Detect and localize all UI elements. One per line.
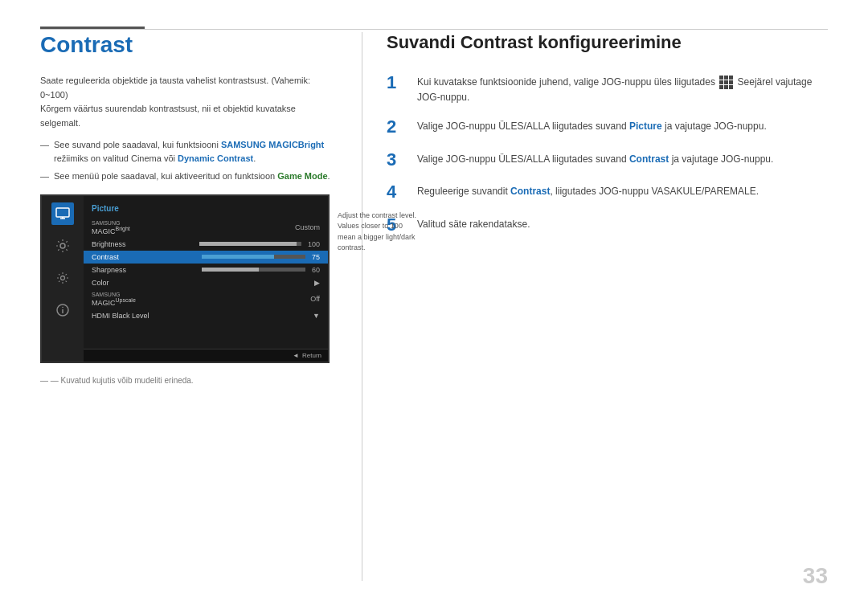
monitor-icon-gear <box>51 267 74 289</box>
monitor-content: Picture SAMSUNG MAGICBright Custom Brigh… <box>84 196 328 362</box>
monitor-menu-item-hdmi: HDMI Black Level ▼ <box>84 309 328 322</box>
grid-icon <box>719 76 733 89</box>
section-title: Suvandi Contrast konfigureerimine <box>387 32 828 53</box>
page-number: 33 <box>803 563 828 589</box>
right-column: Suvandi Contrast konfigureerimine 1 Kui … <box>362 32 828 581</box>
monitor-menu-item-magicbright: SAMSUNG MAGICBright Custom <box>84 218 328 238</box>
step-2: 2 Valige JOG-nuppu ÜLES/ALLA liigutades … <box>387 116 828 137</box>
monitor-icon-info <box>51 299 74 321</box>
step-3: 3 Valige JOG-nuppu ÜLES/ALLA liigutades … <box>387 149 828 170</box>
monitor-menu-header: Picture <box>84 201 328 218</box>
page-title: Contrast <box>40 32 338 58</box>
step-5: 5 Valitud säte rakendatakse. <box>387 215 828 235</box>
monitor-icon-display <box>51 202 74 225</box>
note-1: ― See suvand pole saadaval, kui funktsio… <box>40 138 338 165</box>
monitor-menu-item-contrast: Contrast 75 <box>84 251 328 264</box>
svg-point-4 <box>61 276 65 280</box>
header-line <box>40 29 828 30</box>
monitor-menu-item-brightness: Brightness 100 <box>84 238 328 251</box>
monitor-return-bar: ◄ Return <box>84 349 328 362</box>
left-column: Contrast Saate reguleerida objektide ja … <box>40 32 362 581</box>
svg-point-3 <box>60 243 65 248</box>
monitor-icon-settings <box>51 235 74 257</box>
step-4: 4 Reguleerige suvandit Contrast, liiguta… <box>387 182 828 202</box>
monitor-side-note: Adjust the contrast level. Values closer… <box>338 210 418 254</box>
monitor-sidebar <box>42 196 84 362</box>
svg-rect-0 <box>56 208 69 217</box>
monitor-menu-item-magicupscale: SAMSUNG MAGICUpscale Off <box>84 289 328 309</box>
svg-point-7 <box>62 307 63 309</box>
monitor-mockup: Picture SAMSUNG MAGICBright Custom Brigh… <box>40 194 330 363</box>
monitor-menu-item-color: Color ▶ <box>84 276 328 289</box>
steps-list: 1 Kui kuvatakse funktsioonide juhend, va… <box>387 72 828 235</box>
note-2: ― See menüü pole saadaval, kui aktiveeri… <box>40 170 338 183</box>
description: Saate reguleerida objektide ja tausta va… <box>40 74 338 130</box>
footnote: ― ― Kuvatud kujutis võib mudeliti erined… <box>40 376 338 385</box>
monitor-menu-item-sharpness: Sharpness 60 <box>84 264 328 276</box>
step-1: 1 Kui kuvatakse funktsioonide juhend, va… <box>387 72 828 105</box>
